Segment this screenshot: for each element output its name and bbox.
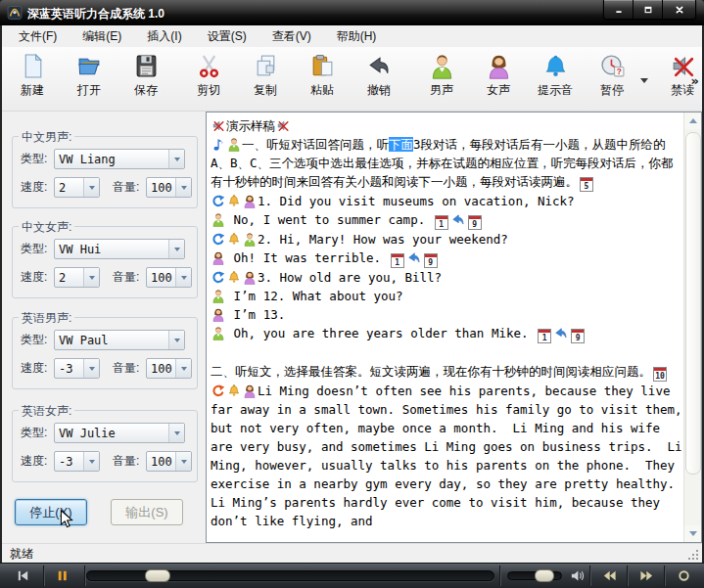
dropdown-arrow-icon[interactable] [83,178,99,197]
english-male-speed-select-value: -3 [55,359,83,378]
toolbar-male-voice-button[interactable]: 男声 [413,50,470,99]
text-run [211,345,218,360]
person-female-icon [243,194,257,208]
english-male-type-select[interactable]: VW Paul [54,330,185,350]
player-bar [0,563,704,588]
chinese-female-type-label: 类型: [21,241,54,257]
window-controls [603,0,696,20]
toolbar-cut-button[interactable]: 剪切 [180,50,237,99]
caret-down-icon [640,78,648,87]
chinese-female-type-select-value: VW Hui [55,240,168,258]
chinese-female-speed-select-value: 2 [55,268,83,287]
editor-scrollbar[interactable] [683,113,701,542]
chinese-female-volume-select[interactable]: 100 [146,267,192,288]
chinese-male-type-select-value: VW Liang [55,150,168,168]
chinese-female-volume-select-value: 100 [147,268,175,287]
dropdown-arrow-icon[interactable] [168,150,184,168]
menu-item-view[interactable]: 查看(V) [259,25,324,47]
volume-slider[interactable] [507,571,562,580]
player-separator [627,565,628,586]
caret-down-icon [689,531,697,540]
person-male-icon [227,137,241,152]
dropdown-arrow-icon[interactable] [175,178,191,197]
maximize-button[interactable] [633,0,662,19]
toolbar-pause-button[interactable]: ?暂停 [584,50,640,99]
toolbar-save-label: 保存 [121,82,170,99]
chinese-female-speed-select[interactable]: 2 [54,267,100,288]
text-run: No, I went to summer camp. [226,212,433,227]
chinese-male-type-select[interactable]: VW Liang [54,149,185,169]
dropdown-arrow-icon[interactable] [83,268,99,287]
output-button[interactable]: 输出(S) [111,499,183,525]
scroll-down-button[interactable] [684,525,701,542]
toolbar-copy-button[interactable]: 复制 [237,50,294,99]
progress-slider[interactable] [86,570,494,581]
text-run: Oh, you are three years older than Mike. [226,326,536,340]
player-record-button[interactable] [670,565,697,585]
toolbar-paste-button[interactable]: 粘贴 [294,50,351,99]
editor-content[interactable]: 演示样稿一、听短对话回答问题，听下面3段对话，每段对话后有一小题，从题中所给的A… [207,113,684,542]
toolbar-prompt-sound-label: 提示音 [531,82,580,99]
chinese-female-volume-label: 音量: [113,269,146,286]
player-skip-start-button[interactable] [10,565,35,585]
volume-slider-thumb[interactable] [535,569,554,582]
dropdown-arrow-icon[interactable] [83,359,99,378]
person-female-icon [243,384,257,398]
english-female-speed-select[interactable]: -3 [54,451,100,472]
paragraph [211,343,682,362]
copy-icon [253,53,279,79]
stop-button[interactable]: 停止(X) [15,499,87,525]
close-button[interactable] [662,0,695,19]
dropdown-arrow-icon[interactable] [175,452,191,471]
player-fast-forward-button[interactable] [633,565,660,585]
toolbar-prompt-sound-button[interactable]: 提示音 [527,50,584,99]
english-female-volume-select[interactable]: 100 [146,451,192,472]
chinese-male-speed-select[interactable]: 2 [54,177,100,198]
scrollbar-thumb[interactable] [685,132,701,475]
toolbar-pause-dropdown[interactable] [640,50,648,91]
repeat-orange-icon [211,384,225,398]
player-pause-button[interactable] [49,565,74,585]
dropdown-arrow-icon[interactable] [168,331,184,349]
text-run: 2. Hi, Mary! How was your weekend? [258,232,508,247]
scroll-up-button[interactable] [684,113,701,129]
english-male-speed-select[interactable]: -3 [54,358,100,379]
english-female-type-select[interactable]: VW Julie [54,423,185,443]
editor-text-area[interactable]: 演示样稿一、听短对话回答问题，听下面3段对话，每段对话后有一小题，从题中所给的A… [206,112,702,543]
app-icon [7,5,23,21]
menu-item-edit[interactable]: 编辑(E) [70,25,134,47]
chinese-male-volume-select[interactable]: 100 [146,177,192,198]
menu-item-help[interactable]: 帮助(H) [324,25,390,47]
menu-item-file[interactable]: 文件(F) [6,25,70,47]
pause-tag-value: 1 [539,334,550,342]
progress-slider-thumb[interactable] [145,569,170,582]
person-female-icon [486,53,512,79]
chinese-female-type-select[interactable]: VW Hui [54,239,185,259]
save-icon [133,53,160,79]
window-title: 深蓝英语听力合成系统 1.0 [27,6,164,23]
english-male-title: 英语男声: [19,310,74,327]
toolbar-overflow-chevron[interactable]: » [691,73,699,88]
minimize-button[interactable] [604,0,633,19]
toolbar-open-button[interactable]: 打开 [61,50,117,99]
player-speaker-button[interactable] [566,565,587,585]
toolbar-new-button[interactable]: 新建 [4,50,61,99]
dropdown-arrow-icon[interactable] [168,240,184,258]
bell-gold-icon [227,384,241,398]
dropdown-arrow-icon[interactable] [83,452,99,471]
toolbar-undo-button[interactable]: 撤销 [351,50,407,99]
dropdown-arrow-icon[interactable] [175,359,191,378]
person-female-icon [211,250,225,265]
dropdown-arrow-icon[interactable] [175,268,191,287]
menu-item-insert[interactable]: 插入(I) [134,25,194,47]
menu-bar: 文件(F)编辑(E)插入(I)设置(S)查看(V)帮助(H) [2,25,702,47]
english-male-volume-select[interactable]: 100 [146,358,192,379]
toolbar-save-button[interactable]: 保存 [117,50,174,99]
toolbar-female-voice-button[interactable]: 女声 [470,50,527,99]
chinese-male-title: 中文男声: [19,129,74,146]
player-rewind-button[interactable] [595,565,623,585]
dropdown-arrow-icon[interactable] [168,424,184,442]
resize-grip[interactable] [696,558,698,560]
menu-item-settings[interactable]: 设置(S) [195,25,259,47]
pause-tag-value: 5 [581,182,592,191]
